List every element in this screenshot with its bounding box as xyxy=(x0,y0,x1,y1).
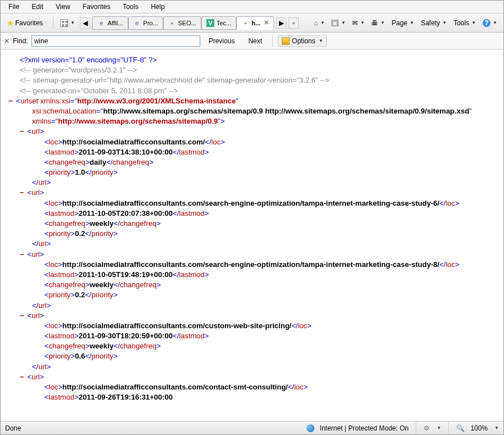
url-open: −<url> xyxy=(8,126,496,137)
changefreq: <changefreq>weekly</changefreq> xyxy=(8,280,496,290)
loc: <loc>http://socialmediatrafficconsultant… xyxy=(8,137,496,147)
safety-menu[interactable]: Safety▼ xyxy=(418,17,449,29)
help-button[interactable]: ?▼ xyxy=(480,17,500,29)
page-icon: ▫ xyxy=(168,19,176,27)
changefreq: <changefreq>daily</changefreq> xyxy=(8,157,496,167)
url-open: −<url> xyxy=(8,188,496,198)
priority: <priority>0.6</priority> xyxy=(8,351,496,361)
menu-view[interactable]: View xyxy=(50,2,76,12)
zoom-dropdown[interactable]: ▼ xyxy=(494,425,499,431)
priority: <priority>0.2</priority> xyxy=(8,290,496,300)
favorites-label: Favorites xyxy=(15,19,43,27)
page-menu[interactable]: Page▼ xyxy=(389,17,417,29)
urlset-attr: xmlns="http://www.sitemaps.org/schemas/s… xyxy=(8,116,496,126)
tab-1[interactable]: ePro... xyxy=(128,16,163,30)
ie-icon: e xyxy=(97,19,105,27)
menu-bar: File Edit View Favorites Tools Help xyxy=(1,1,503,13)
status-text: Done xyxy=(5,424,21,432)
protected-mode-icon[interactable]: ⚙ xyxy=(424,424,430,432)
tab-3-label: Tec... xyxy=(217,20,231,26)
print-icon: 🖶 xyxy=(371,19,378,27)
url-close: </url> xyxy=(8,239,496,249)
menu-edit[interactable]: Edit xyxy=(26,2,49,12)
xml-comment: <!-- generator="wordpress/3.2.1" --> xyxy=(8,65,496,75)
url-open: −<url> xyxy=(8,372,496,382)
tab-2[interactable]: ▫SEO... xyxy=(163,16,201,30)
menu-favorites[interactable]: Favorites xyxy=(77,2,116,12)
find-bar: ✕ Find: Previous Next Options ▼ xyxy=(1,33,503,49)
zoom-level[interactable]: 100% xyxy=(470,424,488,432)
separator xyxy=(448,422,449,434)
loc: <loc>http://socialmediatrafficconsultant… xyxy=(8,321,496,331)
mail-icon: ✉ xyxy=(352,19,358,27)
home-button[interactable]: ⌂▼ xyxy=(311,17,327,29)
collapse-icon[interactable]: − xyxy=(20,373,24,381)
menu-file[interactable]: File xyxy=(3,2,25,12)
status-bar: Done Internet | Protected Mode: On ⚙▼ 🔍 … xyxy=(1,421,503,434)
find-close-button[interactable]: ✕ xyxy=(4,37,10,45)
find-options-label: Options xyxy=(292,37,315,45)
tab-scroll-left[interactable]: ◀ xyxy=(80,17,90,29)
close-tab-icon[interactable]: ✕ xyxy=(264,19,269,26)
favorites-button[interactable]: ★ Favorites xyxy=(4,17,49,29)
find-label: Find: xyxy=(13,37,28,45)
tab-4-active[interactable]: ▫h...✕ xyxy=(236,16,274,30)
url-close: </url> xyxy=(8,301,496,311)
tab-2-label: SEO... xyxy=(178,20,196,26)
find-previous-button[interactable]: Previous xyxy=(204,35,240,47)
lastmod: <lastmod>2011-10-05T20:07:38+00:00</last… xyxy=(8,209,496,219)
tools-menu[interactable]: Tools▼ xyxy=(451,17,479,29)
print-button[interactable]: 🖶▼ xyxy=(368,17,388,29)
separator xyxy=(53,17,53,29)
rss-icon: ▣ xyxy=(331,20,339,26)
home-icon: ⌂ xyxy=(314,19,318,27)
xml-viewer[interactable]: <?xml version="1.0" encoding="UTF-8" ?> … xyxy=(1,49,503,421)
collapse-icon[interactable]: − xyxy=(20,250,24,259)
grid-icon xyxy=(60,19,68,27)
priority: <priority>1.0</priority> xyxy=(8,167,496,178)
menu-help[interactable]: Help xyxy=(145,2,170,12)
urlset-attr: xsi:schemaLocation="http://www.sitemaps.… xyxy=(8,106,496,116)
xml-comment: <!-- sitemap-generator-url="http://www.a… xyxy=(8,75,496,85)
priority: <priority>0.2</priority> xyxy=(8,229,496,239)
v-icon: V xyxy=(206,19,214,27)
page-icon: ▫ xyxy=(241,19,249,27)
tab-3[interactable]: VTec... xyxy=(201,16,236,30)
command-bar: ★ Favorites ▼ ◀ eAffil... ePro... ▫SEO..… xyxy=(1,13,503,33)
separator xyxy=(416,422,416,434)
collapse-icon[interactable]: − xyxy=(20,127,24,135)
separator xyxy=(272,35,273,47)
mail-button[interactable]: ✉▼ xyxy=(349,17,367,29)
tools-menu-label: Tools xyxy=(453,19,469,27)
menu-tools[interactable]: Tools xyxy=(117,2,144,12)
right-tools: ⌂▼ ▣▼ ✉▼ 🖶▼ Page▼ Safety▼ Tools▼ ?▼ xyxy=(311,17,500,29)
collapse-icon[interactable]: − xyxy=(20,188,24,197)
tab-strip: eAffil... ePro... ▫SEO... VTec... ▫h...✕ xyxy=(92,16,274,30)
url-open: −<url> xyxy=(8,311,496,321)
tab-0-label: Affil... xyxy=(107,20,123,26)
highlight-icon xyxy=(282,37,290,45)
changefreq: <changefreq>weekly</changefreq> xyxy=(8,341,496,351)
tab-scroll-right[interactable]: ▶ xyxy=(276,17,286,29)
xml-comment: <!-- generated-on="October 5, 2011 8:08 … xyxy=(8,86,496,96)
tab-4-label: h... xyxy=(251,20,260,26)
find-next-button[interactable]: Next xyxy=(243,35,267,47)
collapse-icon[interactable]: − xyxy=(20,311,24,320)
feeds-button[interactable]: ▣▼ xyxy=(328,18,348,28)
tab-0[interactable]: eAffil... xyxy=(92,16,128,30)
zone-text: Internet | Protected Mode: On xyxy=(320,424,409,432)
new-tab-button[interactable]: ▫ xyxy=(289,17,299,29)
url-close: </url> xyxy=(8,178,496,188)
loc: <loc>http://socialmediatrafficconsultant… xyxy=(8,260,496,270)
collapse-icon[interactable]: − xyxy=(8,97,13,105)
star-icon: ★ xyxy=(7,19,14,28)
find-options-button[interactable]: Options ▼ xyxy=(278,35,327,47)
lastmod: <lastmod>2011-10-05T19:48:19+00:00</last… xyxy=(8,270,496,280)
safety-menu-label: Safety xyxy=(421,19,440,27)
url-close: </url> xyxy=(8,362,496,372)
xml-declaration: <?xml version="1.0" encoding="UTF-8" ?> xyxy=(8,55,496,65)
quick-tabs-button[interactable]: ▼ xyxy=(57,17,78,29)
internet-zone-icon xyxy=(307,424,314,432)
find-input[interactable] xyxy=(32,35,200,47)
tab-1-label: Pro... xyxy=(143,20,158,26)
